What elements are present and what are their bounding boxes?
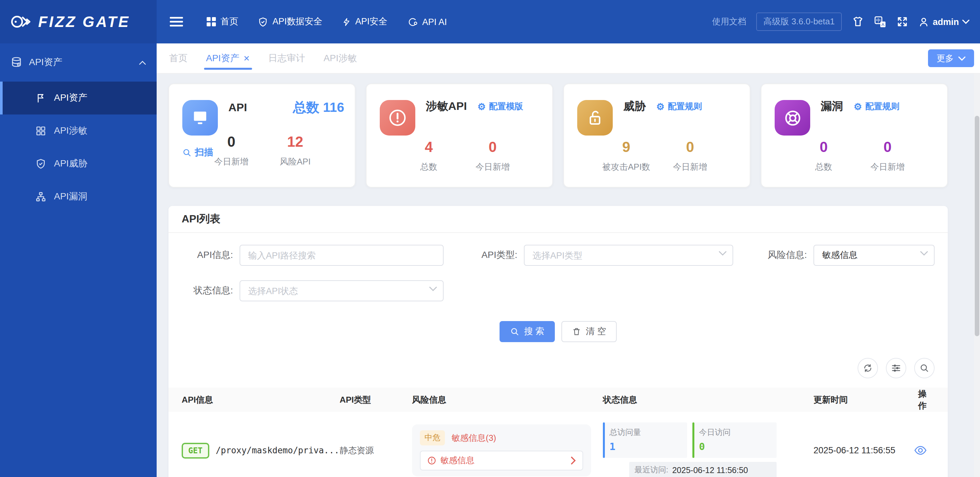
- configure-rules-link[interactable]: ⚙ 配置规则: [854, 100, 899, 112]
- table-row: GET /proxy/maskdemo/priva... 静态资源 中危 敏感信…: [169, 412, 948, 477]
- content-area: API 总数 116 扫描 0 今日新增: [157, 74, 980, 477]
- nav-item-home[interactable]: 首页: [207, 16, 238, 28]
- scrollbar-thumb[interactable]: [975, 116, 979, 336]
- nav-item-label: API安全: [355, 16, 388, 28]
- app-root: FIZZ GATE 首页: [0, 0, 980, 477]
- clear-button[interactable]: 清 空: [562, 321, 617, 342]
- table-tools: [169, 343, 948, 388]
- last-visit-chip: 最近访问: 2025-06-12 11:56:50: [629, 462, 776, 477]
- logo[interactable]: FIZZ GATE: [0, 0, 157, 43]
- tab-log-audit[interactable]: 日志审计: [266, 43, 307, 73]
- nav-item-api-security[interactable]: API安全: [342, 16, 388, 28]
- unlock-icon: [577, 100, 613, 135]
- sensitive-info-expander[interactable]: 敏感信息: [420, 451, 583, 471]
- version-badge[interactable]: 高级版 3.6.0-beta1: [756, 13, 842, 31]
- risk-info-select[interactable]: [813, 245, 935, 266]
- metric-today-new: 0 今日新增: [461, 139, 525, 173]
- panel-title: API列表: [181, 212, 220, 226]
- sidebar-group-api-assets[interactable]: API资产: [0, 43, 157, 81]
- card-link-label: 配置模版: [489, 100, 523, 112]
- nav-item-api-data-security[interactable]: API数据安全: [258, 16, 323, 28]
- filter-label-api-info: API信息:: [181, 250, 240, 261]
- tab-api-assets[interactable]: API资产 ✕: [204, 43, 252, 73]
- tab-label: 首页: [169, 52, 188, 64]
- filter-label-risk-info: 风险信息:: [756, 250, 813, 261]
- fullscreen-icon[interactable]: [896, 16, 908, 28]
- fish-logo-icon: [11, 13, 33, 30]
- tab-api-sensitive[interactable]: API涉敏: [321, 43, 359, 73]
- metric-today-new: 0 今日新增: [856, 139, 920, 173]
- filter-label-api-type: API类型:: [466, 250, 524, 261]
- nav-item-api-ai[interactable]: API AI: [407, 17, 447, 27]
- risk-level-badge: 中危: [420, 430, 445, 445]
- chevron-down-icon: [962, 19, 969, 24]
- docs-link[interactable]: 使用文档: [712, 16, 746, 28]
- sidebar-item-label: API涉敏: [54, 125, 87, 137]
- view-detail-button[interactable]: [914, 445, 927, 455]
- hamburger-menu-icon[interactable]: [170, 16, 183, 27]
- tab-label: API涉敏: [323, 52, 357, 64]
- navbar-right: 使用文档 高级版 3.6.0-beta1 中 A: [712, 13, 980, 31]
- more-button[interactable]: 更多: [928, 49, 974, 67]
- sidebar-item-api-assets[interactable]: API资产: [0, 81, 157, 114]
- table-search-button[interactable]: [914, 358, 935, 378]
- metric-total: 4 总数: [397, 139, 461, 173]
- warning-circle-icon: [427, 456, 436, 465]
- card-link-label: 配置规则: [668, 100, 702, 112]
- top-navbar: FIZZ GATE 首页: [0, 0, 980, 43]
- shield-check-icon: [35, 159, 46, 169]
- chevron-down-icon: [958, 56, 966, 61]
- sidebar-item-label: API威胁: [54, 158, 87, 170]
- search-button[interactable]: 搜 索: [500, 321, 555, 342]
- api-info-input[interactable]: [240, 245, 444, 266]
- exclamation-circle-icon: [380, 100, 415, 135]
- metric-today-new: 0 今日新增: [658, 139, 722, 173]
- translate-icon[interactable]: 中 A: [874, 16, 886, 28]
- column-settings-button[interactable]: [886, 358, 906, 378]
- nav-item-label: API AI: [422, 17, 447, 27]
- clear-button-label: 清 空: [586, 326, 606, 337]
- vertical-scrollbar[interactable]: [974, 74, 980, 477]
- database-icon: [11, 57, 22, 68]
- column-header-status-info: 状态信息: [603, 394, 813, 405]
- card-link-label: 配置规则: [865, 100, 899, 112]
- grid-outline-icon: [35, 126, 46, 136]
- sidebar-item-api-threats[interactable]: API威胁: [0, 147, 157, 180]
- stat-card-sensitive-api: 涉敏API ⚙ 配置模版 4 总数: [366, 84, 553, 188]
- column-header-risk-info: 风险信息: [412, 394, 603, 405]
- tab-home[interactable]: 首页: [167, 43, 189, 73]
- search-icon: [920, 363, 929, 373]
- configure-template-link[interactable]: ⚙ 配置模版: [477, 100, 523, 112]
- total-visits-card: 总访问量 1: [603, 422, 687, 458]
- nav-item-label: 首页: [221, 16, 238, 28]
- chevron-up-icon: [139, 60, 146, 65]
- close-icon[interactable]: ✕: [243, 54, 250, 63]
- scan-link[interactable]: 扫描: [182, 147, 213, 159]
- search-icon: [510, 327, 519, 336]
- svg-text:A: A: [881, 22, 885, 27]
- sidebar-item-label: API漏洞: [54, 191, 87, 203]
- lifebuoy-icon: [775, 100, 810, 135]
- grid-icon: [207, 17, 216, 26]
- stat-cards-row: API 总数 116 扫描 0 今日新增: [169, 84, 948, 188]
- refresh-button[interactable]: [858, 358, 878, 378]
- theme-skin-icon[interactable]: [852, 16, 864, 28]
- trash-icon: [572, 327, 581, 336]
- updated-at: 2025-06-12 11:56:55: [813, 445, 912, 455]
- sidebar-item-api-sensitive[interactable]: API涉敏: [0, 114, 157, 147]
- navbar-main: 首页 API数据安全: [157, 0, 980, 43]
- sidebar-item-api-vulnerabilities[interactable]: API漏洞: [0, 180, 157, 213]
- today-visits-card: 今日访问 0: [692, 422, 776, 458]
- status-info-cell: 总访问量 1 今日访问 0: [603, 422, 813, 477]
- nav-item-label: API数据安全: [272, 16, 323, 28]
- column-header-api-info: API信息: [181, 394, 340, 405]
- tab-label: API资产: [206, 52, 239, 64]
- configure-rules-link[interactable]: ⚙ 配置规则: [656, 100, 702, 112]
- column-header-actions: 操作: [912, 388, 935, 412]
- sidebar-item-label: API资产: [54, 92, 87, 104]
- flag-icon: [35, 93, 46, 103]
- user-menu[interactable]: admin: [918, 16, 969, 27]
- api-type-select[interactable]: [524, 245, 733, 266]
- api-status-select[interactable]: [240, 280, 444, 301]
- sliders-icon: [891, 363, 901, 373]
